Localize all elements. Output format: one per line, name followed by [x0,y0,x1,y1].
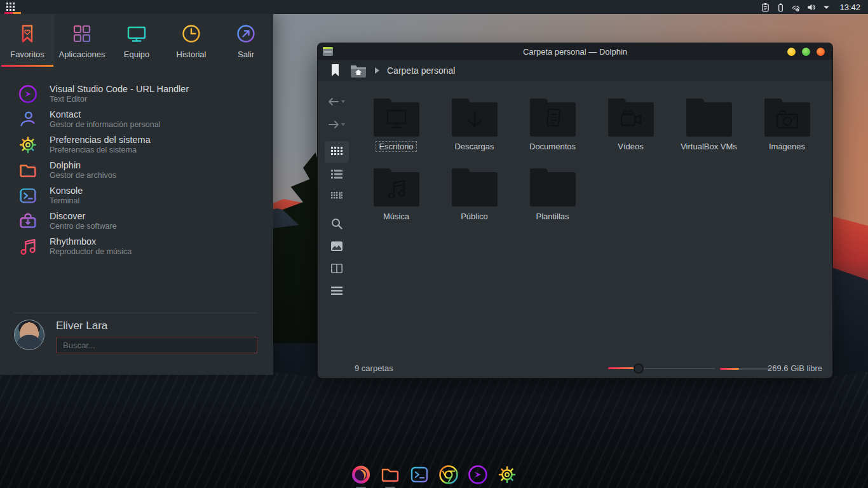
list-view-button[interactable] [325,163,349,185]
top-panel: 6 13:42 [0,0,868,14]
breadcrumb-location[interactable]: Carpeta personal [387,65,455,76]
search-input[interactable] [56,337,257,353]
free-space-label: 269.6 GiB libre [768,363,822,373]
app-title: Kontact [50,109,160,120]
folder-name: Descargas [451,141,497,152]
folder-imagenes[interactable]: Imágenes [748,97,826,167]
photo-camera-glyph [775,109,800,130]
app-title: Preferencias del sistema [50,135,151,146]
system-tray: 6 13:42 [761,3,868,12]
tab-salir[interactable]: Salir [219,14,273,67]
folder-name: Imágenes [766,141,808,152]
computer-icon [125,22,148,45]
app-item-rhythmbox[interactable]: Rhythmbox Reproductor de música [0,234,273,259]
back-button[interactable] [325,90,349,112]
app-item-konsole[interactable]: Konsole Terminal [0,183,273,208]
arrow-left-icon [327,97,346,107]
clock[interactable]: 13:42 [839,3,860,12]
split-view-icon [331,264,342,273]
close-button[interactable] [817,48,825,56]
minimize-button[interactable] [787,48,796,56]
logout-icon [234,22,257,45]
disk-capacity-bar [720,368,771,370]
vscode-icon [17,83,39,105]
volume-icon[interactable] [806,3,816,12]
folder-escritorio[interactable]: Escritorio [357,97,435,167]
preview-button[interactable] [325,235,349,257]
folder-documentos[interactable]: Documentos [513,97,592,167]
bookmark-heart-icon [16,22,39,45]
app-item-system-settings[interactable]: Preferencias del sistema Preferencias de… [0,132,273,158]
icons-view-button[interactable] [325,141,349,163]
titlebar[interactable]: Carpeta personal — Dolphin [318,43,832,60]
app-subtitle: Text Editor [50,95,189,104]
dock-firefox[interactable] [350,464,372,485]
folder-plantillas[interactable]: Plantillas [513,167,592,237]
folder-icon [764,102,810,137]
maximize-button[interactable] [802,48,810,56]
folder-icon [608,102,654,137]
dock-konsole[interactable] [409,464,430,485]
dolphin-window: Carpeta personal — Dolphin Carpeta perso… [318,43,832,378]
folder-name: Documentos [526,141,579,152]
split-view-button[interactable] [325,257,349,279]
bookmark-icon[interactable] [331,64,339,77]
app-title: Visual Studio Code - URL Handler [50,84,189,95]
tab-historial[interactable]: Historial [164,14,219,67]
network-icon[interactable]: 6 [791,3,801,12]
launcher-tabs: Favoritos Aplicaciones Equipo Historia [0,14,273,67]
app-subtitle: Reproductor de música [50,247,132,256]
window-title: Carpeta personal — Dolphin [318,47,832,57]
tab-equipo[interactable]: Equipo [109,14,164,67]
folder-icon [374,102,419,137]
home-folder-button[interactable] [350,64,367,78]
folder-descargas[interactable]: Descargas [435,97,513,167]
search-button[interactable] [325,213,349,234]
arrow-right-icon [327,119,346,130]
app-item-kontact[interactable]: Kontact Gestor de información personal [0,107,273,132]
application-launcher-button[interactable] [0,0,24,14]
caret-down-icon[interactable] [822,3,831,12]
app-subtitle: Preferencias del sistema [50,146,151,154]
folder-videos[interactable]: Vídeos [592,97,670,167]
folders-count: 9 carpetas [355,363,393,373]
side-toolbar [323,90,350,302]
app-title: Konsole [50,186,83,196]
app-item-vscode[interactable]: Visual Studio Code - URL Handler Text Ed… [0,81,273,107]
battery-icon[interactable] [776,3,785,12]
forward-button[interactable] [325,113,349,135]
window-app-icon [323,47,333,56]
app-item-dolphin[interactable]: Dolphin Gestor de archivos [0,158,273,183]
app-title: Discover [50,211,117,222]
menu-button[interactable] [325,280,349,301]
tab-label: Favoritos [10,50,44,59]
hamburger-menu-icon [331,287,342,295]
folder-icon [17,159,39,181]
compact-view-button[interactable] [325,186,349,207]
clipboard-icon[interactable] [761,3,770,12]
tab-aplicaciones[interactable]: Aplicaciones [55,14,109,67]
tab-label: Aplicaciones [59,50,105,59]
folder-icon [530,102,576,137]
dock-dolphin[interactable] [379,464,401,485]
dock-vscode[interactable] [467,464,489,485]
folder-musica[interactable]: Música [357,167,435,237]
dock-system-settings[interactable] [496,464,518,485]
dock-chrome[interactable] [438,464,459,485]
tab-favoritos[interactable]: Favoritos [0,14,55,67]
zoom-slider-handle[interactable] [634,363,644,374]
app-item-discover[interactable]: Discover Centro de software [0,208,273,234]
folder-publico[interactable]: Público [435,167,513,237]
search-icon [331,218,342,229]
app-subtitle: Centro de software [50,222,117,231]
app-subtitle: Gestor de información personal [50,120,160,129]
music-note-glyph [385,178,408,201]
gear-icon [17,134,39,156]
avatar[interactable] [14,320,44,350]
tab-label: Historial [177,50,207,59]
folder-icon [530,172,576,207]
document-glyph [542,108,564,131]
vscode-icon [467,464,489,485]
folder-virtualbox-vms[interactable]: VirtualBox VMs [670,97,748,167]
zoom-slider[interactable] [608,368,715,369]
